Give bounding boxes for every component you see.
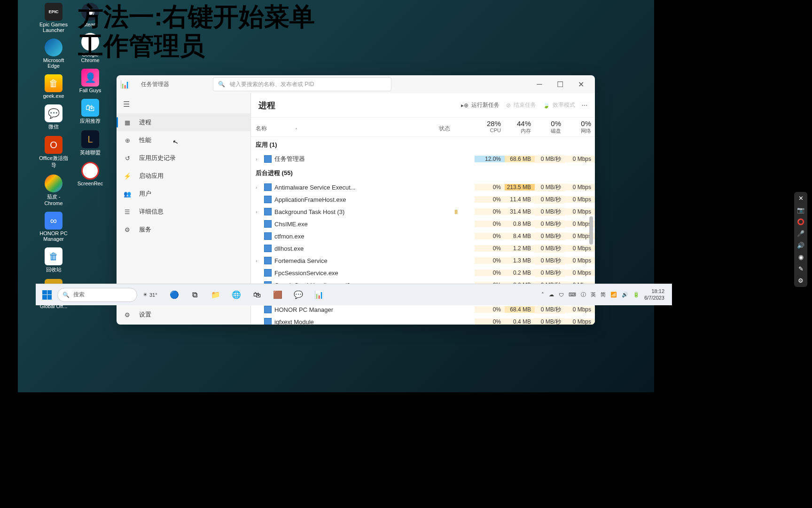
taskbar-app-taskview[interactable]: ⧉ bbox=[186, 286, 204, 304]
maximize-button[interactable]: ☐ bbox=[550, 77, 570, 91]
sidebar-item[interactable]: 👥用户 bbox=[117, 185, 250, 203]
table-row[interactable]: ›Fortemedia Service 0% 1.3 MB 0 MB/秒 0 M… bbox=[251, 254, 595, 267]
icon-label: ScreenRec bbox=[78, 181, 103, 186]
end-task-button[interactable]: ⊘ 结束任务 bbox=[506, 101, 536, 109]
sidebar-item[interactable]: ⚡启动应用 bbox=[117, 167, 250, 185]
desktop-icon[interactable]: 👤Fall Guys bbox=[75, 69, 105, 93]
process-name: igfxext Module bbox=[274, 318, 314, 325]
settings-button[interactable]: ⚙ 设置 bbox=[117, 305, 250, 325]
ime-mode[interactable]: 简 bbox=[601, 291, 606, 298]
toolbar: 进程 ▸⊕ 运行新任务 ⊘ 结束任务 🍃 效率模式 bbox=[251, 93, 595, 118]
titlebar[interactable]: 📊 任务管理器 🔍 键入要搜索的名称、发布者或 PID ─ ☐ ✕ bbox=[117, 75, 595, 93]
record-icon[interactable]: ⭕ bbox=[797, 218, 804, 225]
close-button[interactable]: ✕ bbox=[570, 77, 591, 91]
icon-label: 应用推荐 bbox=[80, 118, 101, 125]
desktop-icon[interactable]: ScreenRec bbox=[75, 162, 105, 186]
scrollbar[interactable] bbox=[589, 216, 593, 245]
nav-label: 详细信息 bbox=[139, 207, 164, 216]
minimize-button[interactable]: ─ bbox=[529, 77, 550, 91]
table-row[interactable]: ChsIME.exe 0% 0.8 MB 0 MB/秒 0 Mbps bbox=[251, 218, 595, 230]
desktop-icon[interactable]: ∞HONOR PC Manager bbox=[39, 212, 69, 242]
app-icon: 🗑 bbox=[45, 74, 62, 92]
chevron-up-icon[interactable]: ˄ bbox=[541, 292, 544, 298]
onedrive-icon[interactable]: ☁ bbox=[549, 292, 554, 298]
sidebar-item[interactable]: ⊕性能 bbox=[117, 131, 250, 149]
table-row[interactable]: dllhost.exe 0% 1.2 MB 0 MB/秒 0 Mbps bbox=[251, 242, 595, 254]
pencil-icon[interactable]: ✎ bbox=[798, 265, 804, 272]
desktop-icon[interactable]: L英雄聯盟 bbox=[75, 130, 105, 156]
process-name: FpcSessionService.exe bbox=[274, 270, 338, 277]
chevron-right-icon[interactable]: › bbox=[256, 185, 261, 190]
desktop-icon[interactable]: 🗑回收站 bbox=[39, 247, 69, 273]
page-title: 进程 bbox=[258, 100, 275, 111]
taskbar-search[interactable]: 🔍搜索 bbox=[57, 288, 137, 302]
webcam-icon[interactable]: ◉ bbox=[798, 254, 804, 261]
icon-label: 英雄聯盟 bbox=[80, 149, 101, 156]
chevron-right-icon[interactable]: › bbox=[256, 258, 261, 263]
volume-icon[interactable]: 🔊 bbox=[622, 292, 628, 298]
table-row[interactable]: ctfmon.exe 0% 8.4 MB 0 MB/秒 0 Mbps bbox=[251, 230, 595, 242]
desktop-icon[interactable]: EPICEpic Games Launcher bbox=[39, 3, 69, 33]
desktop-icon[interactable]: 🛍应用推荐 bbox=[75, 99, 105, 125]
sidebar-item[interactable]: ↺应用历史记录 bbox=[117, 149, 250, 167]
system-tray[interactable]: ˄ ☁ 🛡 ⌨ ⓘ 英 简 📶 🔊 🔋 18:12 6/7/2023 bbox=[541, 288, 669, 301]
mic-icon[interactable]: 🎤 bbox=[797, 230, 804, 237]
table-row[interactable]: ›任务管理器 12.0% 68.6 MB 0 MB/秒 0 Mbps bbox=[251, 153, 595, 165]
desktop-icon[interactable]: 💬微信 bbox=[39, 104, 69, 130]
desktop-icon[interactable]: Microsoft Edge bbox=[39, 39, 69, 69]
wifi-icon[interactable]: 📶 bbox=[610, 292, 617, 298]
clock[interactable]: 18:12 6/7/2023 bbox=[644, 288, 664, 301]
keyboard-icon[interactable]: ⌨ bbox=[569, 292, 576, 298]
table-row[interactable]: ApplicationFrameHost.exe 0% 11.4 MB 0 MB… bbox=[251, 193, 595, 206]
column-headers[interactable]: 名称˄ 状态 28%CPU 44%内存 0%磁盘 0%网络 bbox=[251, 118, 595, 137]
desktop-icon[interactable]: 茄皮 - Chrome bbox=[39, 175, 69, 206]
taskbar-app-game[interactable]: 🟫 bbox=[268, 286, 287, 304]
taskbar-app-wechat[interactable]: 💬 bbox=[289, 286, 308, 304]
group-header: 应用 (1) bbox=[251, 137, 595, 153]
icon-label: Office激活指导 bbox=[39, 155, 69, 169]
settings-icon[interactable]: ⚙ bbox=[798, 277, 804, 284]
ime-lang[interactable]: 英 bbox=[591, 291, 596, 298]
table-row[interactable]: ›Background Task Host (3) ⏸ 0% 31.4 MB 0… bbox=[251, 206, 595, 218]
search-input[interactable]: 🔍 键入要搜索的名称、发布者或 PID bbox=[213, 77, 391, 91]
security-icon[interactable]: 🛡 bbox=[559, 292, 564, 298]
camera-icon[interactable]: 📷 bbox=[797, 206, 804, 214]
desktop-icon[interactable]: OOffice激活指导 bbox=[39, 136, 69, 169]
taskbar-app-edge[interactable]: 🌐 bbox=[227, 286, 246, 304]
speaker-icon[interactable]: 🔊 bbox=[797, 242, 804, 249]
hamburger-icon[interactable]: ☰ bbox=[117, 95, 250, 113]
nav-icon: ▦ bbox=[123, 119, 132, 126]
table-row[interactable]: igfxext Module 0% 0.4 MB 0 MB/秒 0 Mbps bbox=[251, 316, 595, 325]
net-cell: 0 Mbps bbox=[565, 270, 595, 276]
desktop-icon[interactable]: 🗑geek.exe bbox=[39, 74, 69, 99]
taskbar-app-store[interactable]: 🛍 bbox=[248, 286, 266, 304]
run-icon: ▸⊕ bbox=[461, 102, 468, 109]
table-row[interactable]: ›Antimalware Service Execut... 0% 213.5 … bbox=[251, 181, 595, 193]
app-icon: L bbox=[81, 130, 99, 148]
disk-cell: 0 MB/秒 bbox=[535, 196, 565, 204]
run-task-button[interactable]: ▸⊕ 运行新任务 bbox=[461, 101, 500, 109]
taskbar-app-taskmgr[interactable]: 📊 bbox=[310, 286, 328, 304]
taskbar-app-explorer[interactable]: 📁 bbox=[206, 286, 225, 304]
rec-icon[interactable]: ✕ bbox=[798, 195, 804, 202]
tray-icon[interactable]: ⓘ bbox=[581, 291, 586, 298]
taskbar: 🔍搜索 ☀31° 🔵 ⧉ 📁 🌐 🛍 🟫 💬 📊 ˄ ☁ 🛡 ⌨ ⓘ 英 简 📶… bbox=[36, 284, 672, 305]
app-icon: 🗑 bbox=[45, 247, 62, 265]
sidebar-item[interactable]: ▦进程 bbox=[117, 113, 250, 131]
sidebar-item[interactable]: ☰详细信息 bbox=[117, 203, 250, 221]
process-icon bbox=[264, 318, 272, 325]
sidebar-item[interactable]: ⚙服务 bbox=[117, 221, 250, 238]
chevron-right-icon[interactable]: › bbox=[256, 157, 261, 162]
more-button[interactable]: ⋯ bbox=[582, 102, 587, 109]
battery-icon[interactable]: 🔋 bbox=[633, 292, 640, 298]
process-icon bbox=[264, 208, 272, 215]
table-row[interactable]: FpcSessionService.exe 0% 0.2 MB 0 MB/秒 0… bbox=[251, 267, 595, 279]
start-button[interactable] bbox=[39, 286, 55, 303]
screen-recorder-toolbar[interactable]: ✕ 📷 ⭕ 🎤 🔊 ◉ ✎ ⚙ bbox=[794, 192, 807, 287]
mem-cell: 0.2 MB bbox=[505, 270, 535, 276]
chevron-right-icon[interactable]: › bbox=[256, 209, 261, 214]
weather-widget[interactable]: ☀31° bbox=[139, 292, 161, 298]
taskbar-app-copilot[interactable]: 🔵 bbox=[165, 286, 184, 304]
efficiency-button[interactable]: 🍃 效率模式 bbox=[543, 101, 575, 109]
cpu-cell: 0% bbox=[475, 245, 505, 252]
